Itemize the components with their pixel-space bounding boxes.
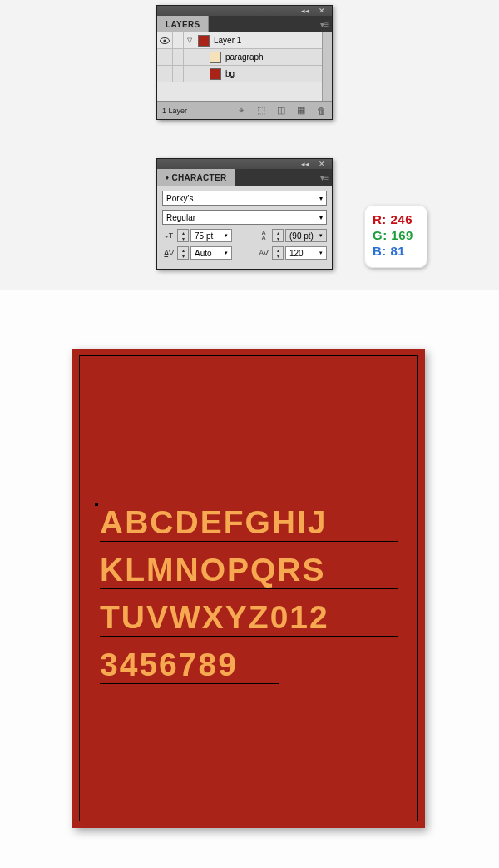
new-layer-icon[interactable]: ▦ bbox=[295, 105, 307, 117]
layer-list: ▽ Layer 1 paragraph bg bbox=[157, 32, 332, 101]
text-line: TUVWXYZ012 bbox=[100, 601, 398, 637]
tracking-icon: AV bbox=[257, 247, 270, 259]
panel-header: ◂◂ ✕ bbox=[157, 159, 332, 169]
panel-flyout-icon[interactable]: ▾≡ bbox=[317, 16, 332, 32]
rgb-color-card: R: 246 G: 169 B: 81 bbox=[364, 205, 427, 268]
collapse-icon[interactable]: ◂◂ bbox=[299, 161, 312, 167]
close-icon[interactable]: ✕ bbox=[315, 161, 329, 167]
stepper[interactable]: ▴▾ bbox=[177, 246, 189, 260]
leading-icon: AA bbox=[257, 230, 270, 241]
layer-color-swatch bbox=[210, 52, 221, 63]
locate-icon[interactable]: ⌖ bbox=[235, 105, 247, 117]
font-size-icon: ₊T bbox=[162, 230, 175, 241]
text-line: 3456789 bbox=[100, 648, 279, 684]
scrollbar[interactable] bbox=[322, 32, 332, 101]
new-sublayer-icon[interactable]: ◫ bbox=[275, 105, 287, 117]
layer-color-swatch bbox=[210, 68, 221, 80]
leading-field[interactable]: (90 pt)▾ bbox=[285, 229, 327, 242]
character-panel: ◂◂ ✕ ♦CHARACTER ▾≡ Porky's▾ Regular▾ ₊T … bbox=[156, 158, 333, 270]
panel-tab-bar: ♦CHARACTER ▾≡ bbox=[157, 169, 332, 186]
tab-layers[interactable]: LAYERS bbox=[157, 16, 209, 32]
kerning-field[interactable]: Auto▾ bbox=[190, 246, 232, 260]
layer-row[interactable]: bg bbox=[157, 66, 332, 82]
paragraph-text[interactable]: ABCDEFGHIJ KLMNOPQRS TUVWXYZ012 3456789 bbox=[100, 506, 398, 696]
layer-color-swatch bbox=[198, 35, 210, 47]
rgb-g: G: 169 bbox=[373, 227, 419, 243]
rgb-b: B: 81 bbox=[373, 243, 419, 259]
visibility-icon[interactable] bbox=[157, 37, 172, 44]
close-icon[interactable]: ✕ bbox=[315, 7, 329, 14]
text-frame[interactable]: ABCDEFGHIJ KLMNOPQRS TUVWXYZ012 3456789 bbox=[79, 355, 418, 821]
layer-row[interactable]: paragraph bbox=[157, 49, 332, 66]
disclosure-icon[interactable]: ▽ bbox=[184, 37, 195, 44]
rgb-r: R: 246 bbox=[373, 211, 419, 227]
text-cursor-icon bbox=[95, 503, 98, 506]
font-family-dropdown[interactable]: Porky's▾ bbox=[162, 191, 327, 206]
lock-cell[interactable] bbox=[172, 32, 184, 48]
lock-cell[interactable] bbox=[172, 66, 184, 82]
trash-icon[interactable]: 🗑 bbox=[315, 105, 327, 117]
artboard[interactable]: ABCDEFGHIJ KLMNOPQRS TUVWXYZ012 3456789 bbox=[72, 349, 425, 828]
panel-flyout-icon[interactable]: ▾≡ bbox=[317, 169, 332, 186]
panel-tab-bar: LAYERS ▾≡ bbox=[157, 16, 332, 32]
text-line: KLMNOPQRS bbox=[100, 553, 398, 589]
tracking-field[interactable]: 120▾ bbox=[285, 246, 327, 260]
stepper[interactable]: ▴▾ bbox=[177, 229, 189, 242]
tab-character[interactable]: ♦CHARACTER bbox=[157, 169, 235, 186]
canvas-area: ABCDEFGHIJ KLMNOPQRS TUVWXYZ012 3456789 bbox=[0, 290, 499, 868]
layer-name[interactable]: paragraph bbox=[224, 52, 320, 62]
layer-name[interactable]: Layer 1 bbox=[212, 36, 320, 45]
lock-cell[interactable] bbox=[172, 49, 184, 65]
font-style-dropdown[interactable]: Regular▾ bbox=[162, 210, 327, 225]
layers-footer: 1 Layer ⌖ ⬚ ◫ ▦ 🗑 bbox=[157, 101, 332, 119]
font-size-field[interactable]: 75 pt▾ bbox=[190, 229, 232, 242]
layer-count: 1 Layer bbox=[162, 107, 187, 115]
kerning-icon: A̲V bbox=[162, 247, 175, 259]
layers-panel: ◂◂ ✕ LAYERS ▾≡ ▽ Layer 1 paragraph bbox=[156, 5, 333, 120]
layer-name[interactable]: bg bbox=[224, 69, 320, 78]
panel-header: ◂◂ ✕ bbox=[157, 6, 332, 16]
stepper[interactable]: ▴▾ bbox=[272, 229, 284, 242]
layer-row[interactable]: ▽ Layer 1 bbox=[157, 32, 332, 49]
collapse-icon[interactable]: ◂◂ bbox=[299, 7, 312, 14]
text-line: ABCDEFGHIJ bbox=[100, 506, 398, 542]
make-clip-icon[interactable]: ⬚ bbox=[255, 105, 267, 117]
svg-point-1 bbox=[163, 39, 166, 42]
stepper[interactable]: ▴▾ bbox=[272, 246, 284, 260]
